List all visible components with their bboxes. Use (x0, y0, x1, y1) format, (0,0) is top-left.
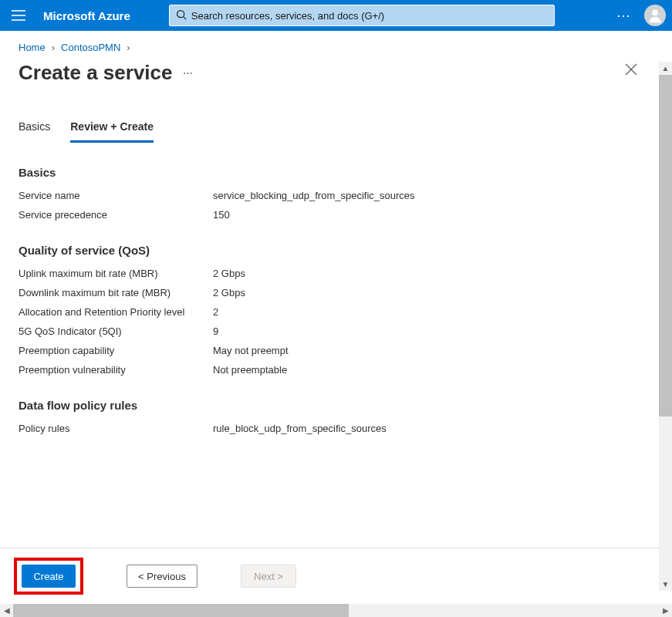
label-service-precedence: Service precedence (19, 209, 213, 221)
label-5qi: 5G QoS Indicator (5QI) (19, 325, 213, 337)
next-button: Next > (241, 565, 296, 588)
global-search[interactable] (169, 5, 555, 26)
breadcrumb-contosopmn[interactable]: ContosoPMN (61, 42, 120, 53)
svg-point-5 (652, 9, 658, 15)
scroll-up-arrow-icon[interactable]: ▲ (659, 62, 672, 75)
brand-label[interactable]: Microsoft Azure (43, 9, 130, 22)
close-button[interactable] (625, 63, 637, 78)
value-service-precedence: 150 (213, 209, 640, 221)
section-qos: Quality of service (QoS) Uplink maximum … (19, 244, 640, 376)
footer-actions: Create < Previous Next > (0, 548, 659, 604)
label-arp: Allocation and Retention Priority level (19, 306, 213, 318)
scroll-down-arrow-icon[interactable]: ▼ (659, 578, 672, 591)
label-preempt-vulnerability: Preemption vulnerability (19, 364, 213, 376)
value-5qi: 9 (213, 325, 640, 337)
value-preempt-vulnerability: Not preemptable (213, 364, 640, 376)
value-downlink-mbr: 2 Gbps (213, 287, 640, 298)
svg-point-3 (177, 10, 184, 17)
tabs: Basics Review + Create (19, 120, 640, 143)
avatar[interactable] (644, 5, 666, 26)
create-button-highlight: Create (14, 558, 83, 595)
breadcrumb: Home › ContosoPMN › (19, 42, 640, 53)
scroll-h-track[interactable] (13, 604, 659, 617)
create-button[interactable]: Create (22, 565, 76, 588)
chevron-right-icon: › (52, 42, 55, 53)
previous-button[interactable]: < Previous (127, 565, 198, 588)
svg-line-4 (183, 16, 186, 19)
top-bar: Microsoft Azure ⋯ (0, 0, 672, 31)
value-policy-rules: rule_block_udp_from_specific_sources (213, 423, 640, 434)
scroll-v-track[interactable] (659, 75, 672, 578)
search-icon (176, 9, 187, 22)
page-title: Create a service (19, 61, 172, 85)
scroll-left-arrow-icon[interactable]: ◀ (0, 604, 13, 617)
label-uplink-mbr: Uplink maximum bit rate (MBR) (19, 268, 213, 279)
vertical-scrollbar[interactable]: ▲ ▼ (659, 62, 672, 591)
scroll-right-arrow-icon[interactable]: ▶ (659, 604, 672, 617)
value-service-name: service_blocking_udp_from_specific_sourc… (213, 190, 640, 201)
section-basics-heading: Basics (19, 166, 640, 179)
label-service-name: Service name (19, 190, 213, 201)
horizontal-scrollbar[interactable]: ◀ ▶ (0, 604, 672, 617)
scroll-h-thumb[interactable] (13, 604, 349, 617)
content-area: Home › ContosoPMN › Create a service ⋯ B… (0, 31, 659, 548)
value-preempt-capability: May not preempt (213, 345, 640, 356)
topbar-overflow-button[interactable]: ⋯ (613, 7, 635, 24)
tab-basics[interactable]: Basics (19, 120, 50, 143)
section-data-flow-policy-rules: Data flow policy rules Policy rules rule… (19, 399, 640, 434)
section-dfpr-heading: Data flow policy rules (19, 399, 640, 412)
title-overflow-button[interactable]: ⋯ (183, 67, 194, 79)
tab-review-create[interactable]: Review + Create (70, 120, 154, 143)
label-downlink-mbr: Downlink maximum bit rate (MBR) (19, 287, 213, 298)
label-preempt-capability: Preemption capability (19, 345, 213, 356)
chevron-right-icon: › (127, 42, 130, 53)
hamburger-menu-button[interactable] (6, 0, 31, 31)
value-arp: 2 (213, 306, 640, 318)
breadcrumb-home[interactable]: Home (19, 42, 46, 53)
section-basics: Basics Service name service_blocking_udp… (19, 166, 640, 221)
value-uplink-mbr: 2 Gbps (213, 268, 640, 279)
label-policy-rules: Policy rules (19, 423, 213, 434)
scroll-v-thumb[interactable] (659, 75, 672, 416)
section-qos-heading: Quality of service (QoS) (19, 244, 640, 257)
search-input[interactable] (191, 10, 548, 22)
